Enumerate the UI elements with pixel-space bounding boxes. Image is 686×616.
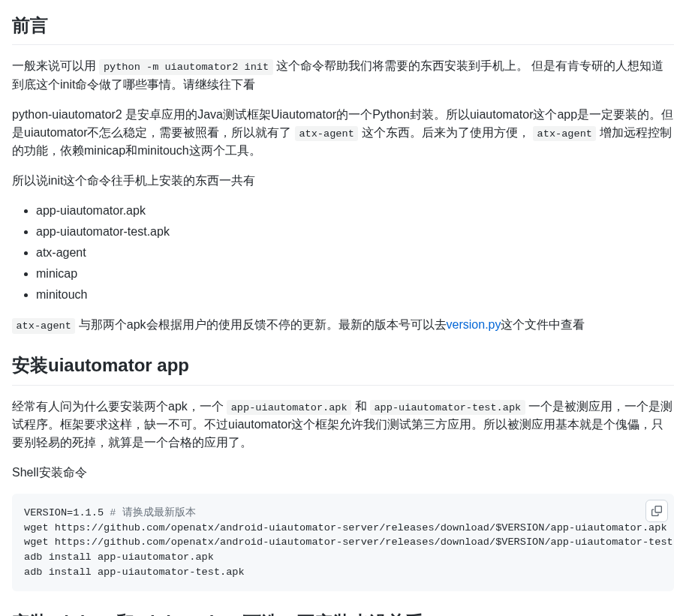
list-item: app-uiautomator-test.apk [36,223,674,241]
copy-icon [651,506,662,516]
code-init-command: python -m uiautomator2 init [99,59,272,74]
heading-install-uiautomator-app: 安装uiautomator app [12,352,674,385]
code-atx-agent: atx-agent [533,126,596,141]
code-line: VERSION=1.1.5 # 请换成最新版本 [24,506,662,521]
list-item: minicap [36,265,674,283]
text-segment: 这个东西。后来为了使用方便， [358,126,533,139]
heading-preface: 前言 [12,12,674,45]
code-line: wget https://github.com/openatx/android-… [24,521,662,536]
install-paragraph-2: Shell安装命令 [12,464,674,482]
text-segment: 和 [351,400,370,413]
code-line: wget https://github.com/openatx/android-… [24,535,662,550]
list-item: minitouch [36,286,674,304]
code-comment: # 请换成最新版本 [110,507,195,518]
text-segment: 一般来说可以用 [12,59,99,72]
copy-button[interactable] [645,500,668,522]
text-segment: 经常有人问为什么要安装两个apk，一个 [12,400,227,413]
preface-paragraph-3: 所以说init这个命令往手机上安装的东西一共有 [12,172,674,190]
list-item: atx-agent [36,244,674,262]
list-item: app-uiautomator.apk [36,202,674,220]
code-atx-agent: atx-agent [295,126,358,141]
install-components-list: app-uiautomator.apk app-uiautomator-test… [12,202,674,304]
text-segment: 这个文件中查看 [501,318,585,331]
install-paragraph-1: 经常有人问为什么要安装两个apk，一个 app-uiautomator.apk … [12,398,674,452]
text-segment: 与那两个apk会根据用户的使用反馈不停的更新。最新的版本号可以去 [75,318,446,331]
heading-install-minicap-minitouch: 安装minicap和minitouch （可选，不安装也没关系） [12,609,674,616]
code-line: adb install app-uiautomator-test.apk [24,565,662,580]
preface-paragraph-4: atx-agent 与那两个apk会根据用户的使用反馈不停的更新。最新的版本号可… [12,316,674,334]
code-atx-agent: atx-agent [12,318,75,333]
code-line: adb install app-uiautomator.apk [24,550,662,565]
code-app-uiautomator-apk: app-uiautomator.apk [227,400,351,415]
code-app-uiautomator-test-apk: app-uiautomator-test.apk [370,400,525,415]
link-version-py[interactable]: version.py [447,318,501,331]
shell-install-codeblock: VERSION=1.1.5 # 请换成最新版本 wget https://git… [12,494,674,592]
preface-paragraph-1: 一般来说可以用 python -m uiautomator2 init 这个命令… [12,57,674,93]
preface-paragraph-2: python-uiautomator2 是安卓应用的Java测试框架Uiauto… [12,106,674,160]
code-text: VERSION=1.1.5 [24,507,110,518]
